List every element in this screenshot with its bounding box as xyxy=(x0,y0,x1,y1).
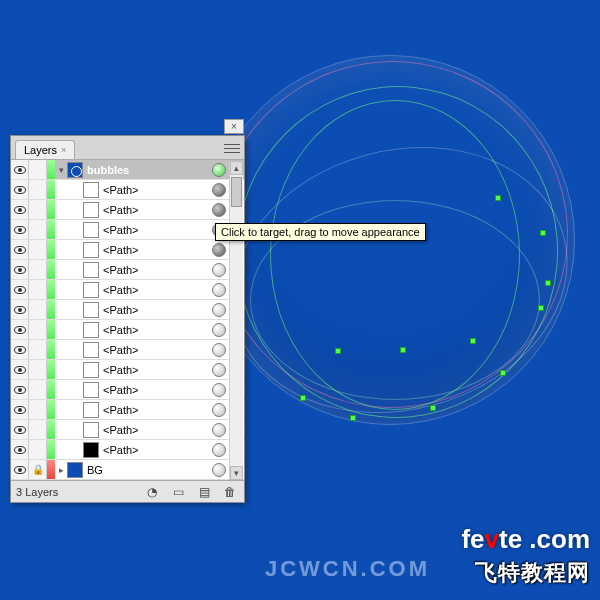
target-icon[interactable] xyxy=(212,363,226,377)
visibility-toggle[interactable] xyxy=(11,220,29,239)
visibility-toggle[interactable] xyxy=(11,360,29,379)
path-row[interactable]: <Path> xyxy=(11,220,244,240)
target-icon[interactable] xyxy=(212,263,226,277)
target-icon[interactable] xyxy=(212,183,226,197)
path-row[interactable]: <Path> xyxy=(11,280,244,300)
anchor-point[interactable] xyxy=(300,395,306,401)
anchor-point[interactable] xyxy=(470,338,476,344)
visibility-toggle[interactable] xyxy=(11,300,29,319)
path-row[interactable]: <Path> xyxy=(11,260,244,280)
make-clipping-mask-button[interactable]: ◔ xyxy=(143,484,161,500)
visibility-toggle[interactable] xyxy=(11,340,29,359)
path-row[interactable]: <Path> xyxy=(11,440,244,460)
visibility-toggle[interactable] xyxy=(11,200,29,219)
lock-toggle[interactable] xyxy=(29,320,47,339)
scroll-down-arrow-icon[interactable]: ▾ xyxy=(230,466,243,480)
path-name[interactable]: <Path> xyxy=(103,304,212,316)
lock-toggle[interactable] xyxy=(29,200,47,219)
lock-toggle[interactable] xyxy=(29,420,47,439)
layer-row-bubbles[interactable]: ▾ bubbles xyxy=(11,160,244,180)
layer-row-bg[interactable]: 🔒 ▸ BG xyxy=(11,460,244,480)
lock-toggle[interactable] xyxy=(29,220,47,239)
target-icon[interactable] xyxy=(212,443,226,457)
path-row[interactable]: <Path> xyxy=(11,420,244,440)
visibility-toggle[interactable] xyxy=(11,380,29,399)
visibility-toggle[interactable] xyxy=(11,440,29,459)
anchor-point[interactable] xyxy=(430,405,436,411)
visibility-toggle[interactable] xyxy=(11,400,29,419)
target-icon[interactable] xyxy=(212,463,226,477)
scrollbar[interactable]: ▴ ▾ xyxy=(229,161,243,480)
path-name[interactable]: <Path> xyxy=(103,384,212,396)
path-name[interactable]: <Path> xyxy=(103,324,212,336)
path-row[interactable]: <Path> xyxy=(11,380,244,400)
path-name[interactable]: <Path> xyxy=(103,444,212,456)
scroll-up-arrow-icon[interactable]: ▴ xyxy=(230,161,243,175)
path-name[interactable]: <Path> xyxy=(103,224,212,236)
visibility-toggle[interactable] xyxy=(11,240,29,259)
anchor-point[interactable] xyxy=(350,415,356,421)
visibility-toggle[interactable] xyxy=(11,260,29,279)
anchor-point[interactable] xyxy=(545,280,551,286)
tab-close-icon[interactable]: × xyxy=(61,145,66,155)
path-name[interactable]: <Path> xyxy=(103,344,212,356)
visibility-toggle[interactable] xyxy=(11,180,29,199)
path-row[interactable]: <Path> xyxy=(11,320,244,340)
path-name[interactable]: <Path> xyxy=(103,284,212,296)
path-name[interactable]: <Path> xyxy=(103,264,212,276)
lock-toggle[interactable] xyxy=(29,160,47,179)
delete-button[interactable]: 🗑 xyxy=(221,484,239,500)
anchor-point[interactable] xyxy=(400,347,406,353)
lock-toggle[interactable] xyxy=(29,400,47,419)
target-icon[interactable] xyxy=(212,383,226,397)
lock-toggle[interactable] xyxy=(29,440,47,459)
path-name[interactable]: <Path> xyxy=(103,404,212,416)
path-row[interactable]: <Path> xyxy=(11,180,244,200)
tab-layers[interactable]: Layers × xyxy=(15,140,75,159)
target-icon[interactable] xyxy=(212,243,226,257)
visibility-toggle[interactable] xyxy=(11,320,29,339)
path-name[interactable]: <Path> xyxy=(103,364,212,376)
scroll-thumb[interactable] xyxy=(231,177,242,207)
target-icon[interactable] xyxy=(212,303,226,317)
panel-flyout-menu-icon[interactable] xyxy=(224,142,240,154)
disclosure-icon[interactable]: ▸ xyxy=(55,465,67,475)
target-icon[interactable] xyxy=(212,423,226,437)
target-icon[interactable] xyxy=(212,323,226,337)
target-icon[interactable] xyxy=(212,403,226,417)
lock-toggle[interactable] xyxy=(29,280,47,299)
path-row[interactable]: <Path> xyxy=(11,400,244,420)
selected-path-arc[interactable] xyxy=(270,100,520,410)
path-row[interactable]: <Path> xyxy=(11,240,244,260)
path-row[interactable]: <Path> xyxy=(11,300,244,320)
path-row[interactable]: <Path> xyxy=(11,340,244,360)
lock-toggle[interactable] xyxy=(29,340,47,359)
anchor-point[interactable] xyxy=(538,305,544,311)
disclosure-icon[interactable]: ▾ xyxy=(55,165,67,175)
path-row[interactable]: <Path> xyxy=(11,360,244,380)
lock-toggle[interactable] xyxy=(29,380,47,399)
create-new-layer-button[interactable]: ▤ xyxy=(195,484,213,500)
visibility-toggle[interactable] xyxy=(11,160,29,179)
anchor-point[interactable] xyxy=(335,348,341,354)
lock-toggle[interactable] xyxy=(29,180,47,199)
path-name[interactable]: <Path> xyxy=(103,424,212,436)
lock-toggle[interactable] xyxy=(29,240,47,259)
path-row[interactable]: <Path> xyxy=(11,200,244,220)
path-name[interactable]: <Path> xyxy=(103,204,212,216)
path-name[interactable]: <Path> xyxy=(103,184,212,196)
lock-toggle[interactable] xyxy=(29,360,47,379)
layer-name[interactable]: BG xyxy=(87,464,212,476)
anchor-point[interactable] xyxy=(500,370,506,376)
path-name[interactable]: <Path> xyxy=(103,244,212,256)
panel-close-button[interactable]: × xyxy=(224,119,244,134)
visibility-toggle[interactable] xyxy=(11,280,29,299)
lock-toggle[interactable]: 🔒 xyxy=(29,460,47,479)
visibility-toggle[interactable] xyxy=(11,460,29,479)
target-icon[interactable] xyxy=(212,203,226,217)
lock-toggle[interactable] xyxy=(29,260,47,279)
target-icon[interactable] xyxy=(212,283,226,297)
target-icon[interactable] xyxy=(212,343,226,357)
create-sublayer-button[interactable]: ▭ xyxy=(169,484,187,500)
visibility-toggle[interactable] xyxy=(11,420,29,439)
